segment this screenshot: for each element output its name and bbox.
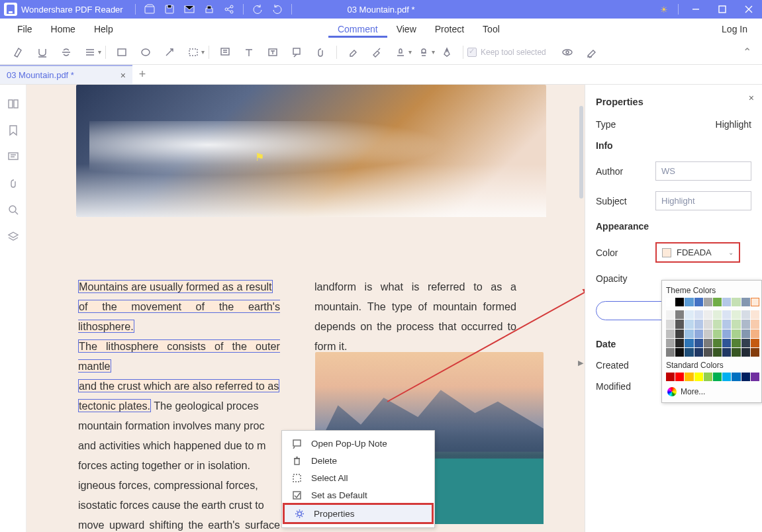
thumbnails-icon[interactable]: [6, 97, 21, 111]
color-swatch[interactable]: [675, 298, 684, 306]
ctx-set-default[interactable]: Set as Default: [282, 486, 434, 504]
color-swatch[interactable]: [713, 298, 722, 306]
color-swatch[interactable]: [694, 298, 703, 306]
color-swatch[interactable]: [685, 339, 693, 347]
color-swatch[interactable]: [694, 339, 703, 347]
highlighted-text[interactable]: tectonic plates.: [78, 399, 151, 412]
strikethrough-tool-icon[interactable]: [54, 42, 78, 62]
color-swatch[interactable]: [704, 298, 712, 306]
maximize-button[interactable]: [709, 0, 736, 19]
theme-toggle-icon[interactable]: ☀: [654, 0, 674, 19]
color-swatch[interactable]: [666, 320, 675, 328]
layers-icon[interactable]: [6, 229, 21, 244]
highlighted-text[interactable]: The lithosphere consists of the outer ma…: [78, 339, 280, 373]
keep-tool-checkbox[interactable]: Keep tool selected: [467, 48, 546, 57]
color-swatch[interactable]: [713, 339, 722, 347]
tab-document[interactable]: 03 Mountain.pdf * ×: [0, 65, 132, 84]
color-swatch[interactable]: [666, 330, 675, 338]
rect-tool-icon[interactable]: [110, 42, 134, 62]
color-swatch[interactable]: [685, 373, 693, 381]
color-swatch[interactable]: [751, 348, 759, 357]
eraser-tool-icon[interactable]: [341, 42, 365, 62]
print-icon[interactable]: [199, 0, 219, 19]
color-swatch[interactable]: [722, 373, 731, 381]
color-swatch[interactable]: [722, 298, 731, 306]
color-swatch-selected[interactable]: [751, 298, 759, 306]
color-swatch[interactable]: [704, 320, 712, 328]
color-swatch[interactable]: [741, 320, 750, 328]
subject-input[interactable]: [655, 191, 751, 210]
color-swatch[interactable]: [722, 348, 731, 357]
textbox-tool-icon[interactable]: [261, 42, 285, 62]
redo-icon[interactable]: [267, 0, 287, 19]
color-swatch[interactable]: [704, 330, 712, 338]
color-swatch[interactable]: [751, 339, 759, 347]
color-swatch[interactable]: [666, 298, 675, 306]
color-swatch[interactable]: [751, 373, 759, 381]
ctx-properties[interactable]: Properties: [283, 504, 433, 523]
color-swatch[interactable]: [666, 310, 675, 319]
pen-tool-icon[interactable]: [435, 42, 459, 62]
color-swatch[interactable]: [732, 330, 740, 338]
color-swatch[interactable]: [666, 373, 675, 381]
menu-comment[interactable]: Comment: [328, 21, 387, 38]
open-icon[interactable]: [140, 0, 160, 19]
color-swatch[interactable]: [666, 348, 675, 357]
color-swatch[interactable]: [732, 310, 740, 319]
ctx-select-all[interactable]: Select All: [282, 469, 434, 486]
color-swatch[interactable]: [704, 310, 712, 319]
color-swatch[interactable]: [675, 373, 684, 381]
color-swatch[interactable]: [675, 320, 684, 328]
color-swatch[interactable]: [751, 320, 759, 328]
color-swatch[interactable]: [666, 339, 675, 347]
menu-file[interactable]: File: [8, 21, 42, 37]
oval-tool-icon[interactable]: [134, 42, 158, 62]
color-swatch[interactable]: [713, 373, 722, 381]
color-swatch[interactable]: [694, 330, 703, 338]
ctx-open-popup[interactable]: Open Pop-Up Note: [282, 435, 434, 452]
highlighted-text[interactable]: and the crust which are also referred to…: [78, 379, 279, 392]
menu-home[interactable]: Home: [42, 21, 85, 37]
erase-all-tool-icon[interactable]: [579, 42, 603, 62]
author-input[interactable]: [655, 161, 751, 181]
panel-collapse-icon[interactable]: ▶: [577, 356, 584, 369]
attachments-icon[interactable]: [6, 176, 21, 191]
color-swatch[interactable]: [722, 320, 731, 328]
color-swatch[interactable]: [732, 320, 740, 328]
text-tool-icon[interactable]: [237, 42, 261, 62]
panel-close-icon[interactable]: ×: [749, 93, 754, 103]
color-swatch[interactable]: [685, 310, 693, 319]
color-swatch[interactable]: [685, 320, 693, 328]
minimize-button[interactable]: [683, 0, 709, 19]
color-swatch[interactable]: [741, 339, 750, 347]
callout-tool-icon[interactable]: [285, 42, 309, 62]
color-swatch[interactable]: [722, 339, 731, 347]
note-tool-icon[interactable]: [213, 42, 237, 62]
color-swatch[interactable]: [713, 348, 722, 357]
bookmarks-icon[interactable]: [6, 123, 21, 138]
color-swatch[interactable]: [732, 298, 740, 306]
menu-tool[interactable]: Tool: [473, 21, 509, 38]
color-swatch[interactable]: [704, 348, 712, 357]
ctx-delete[interactable]: Delete: [282, 452, 434, 469]
color-swatch[interactable]: [751, 310, 759, 319]
color-swatch[interactable]: [751, 330, 759, 338]
underline-tool-icon[interactable]: [30, 42, 54, 62]
menu-help[interactable]: Help: [85, 21, 122, 37]
color-swatch[interactable]: [704, 339, 712, 347]
document-canvas[interactable]: ▶ ⚑ Mountains are usually formed as a re…: [26, 85, 585, 532]
color-swatch[interactable]: [722, 330, 731, 338]
color-swatch[interactable]: [694, 373, 703, 381]
color-swatch[interactable]: [675, 348, 684, 357]
highlighted-text[interactable]: of the movement of the earth's lithosphe…: [78, 300, 280, 333]
attach-tool-icon[interactable]: [309, 42, 332, 62]
highlight-tool-icon[interactable]: [7, 42, 30, 62]
search-panel-icon[interactable]: [6, 202, 21, 217]
color-swatch[interactable]: [685, 298, 693, 306]
color-swatch[interactable]: [685, 348, 693, 357]
color-dropdown[interactable]: FDEADA ⌄: [655, 242, 740, 263]
vertical-scrollbar[interactable]: [579, 106, 583, 199]
comments-icon[interactable]: [6, 150, 21, 164]
color-swatch[interactable]: [732, 339, 740, 347]
color-swatch[interactable]: [675, 310, 684, 319]
